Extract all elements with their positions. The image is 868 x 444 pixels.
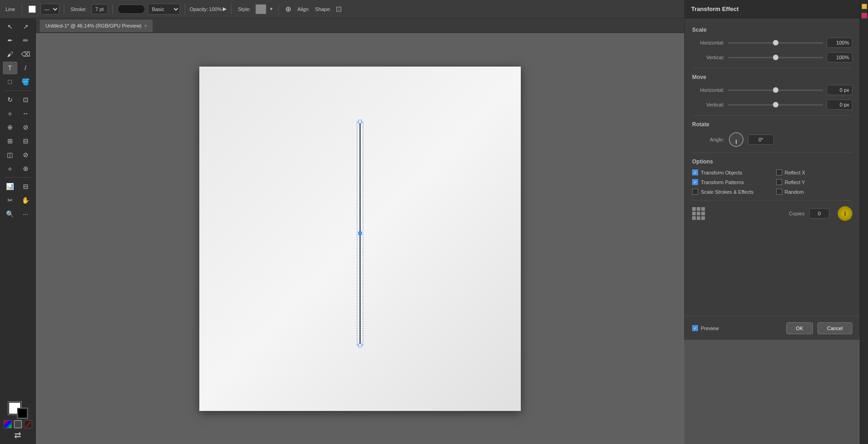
move-horizontal-label: Horizontal: [692, 87, 724, 93]
move-vertical-thumb[interactable] [773, 102, 778, 107]
angle-dial[interactable] [729, 132, 744, 147]
more-tools[interactable]: ··· [18, 208, 33, 220]
divider-2 [692, 115, 852, 116]
divider-4 [692, 200, 852, 201]
move-vertical-value[interactable] [827, 100, 852, 110]
symbol-tool[interactable]: ⊛ [18, 162, 33, 175]
warp-tool[interactable]: ⟡ [3, 107, 17, 120]
artboard-tool[interactable]: ⊟ [18, 180, 33, 193]
reflect-x-checkbox[interactable] [776, 169, 782, 175]
shape-builder-tool[interactable]: ⊕ [3, 121, 17, 134]
toolbar-sep-6 [278, 4, 279, 15]
artboard [199, 67, 521, 411]
artboard-line[interactable] [360, 122, 361, 346]
pen-tool[interactable]: ✒ [3, 34, 17, 47]
scale-horizontal-thumb[interactable] [773, 40, 778, 45]
random-checkbox[interactable] [776, 189, 782, 195]
erase-tool[interactable]: ⌫ [18, 48, 33, 61]
opacity-arrow[interactable]: ▶ [223, 6, 226, 12]
strip-swatch-2[interactable] [862, 13, 867, 18]
blob-brush-tool[interactable]: 🖌 [3, 48, 17, 61]
copies-row: Copies I [692, 206, 852, 221]
tool-row-8: ⊕ ⊘ [3, 121, 33, 134]
toolbar-sep-1 [22, 4, 22, 15]
scale-vertical-slider[interactable] [728, 57, 823, 58]
move-vertical-slider[interactable] [728, 104, 823, 106]
tools-sep-2 [4, 177, 32, 178]
options-section-title: Options [692, 158, 852, 165]
canvas-content [36, 33, 684, 444]
pencil-tool[interactable]: ✏ [18, 34, 33, 47]
style-swatch[interactable] [255, 4, 266, 14]
direct-selection-tool[interactable]: ↗ [18, 20, 33, 33]
align-button[interactable]: Align [296, 6, 310, 13]
stroke-type-select[interactable]: — [40, 4, 59, 15]
grid-dot-5 [697, 212, 700, 215]
gradient-tool[interactable]: ◫ [3, 148, 17, 161]
tool-row-4: T / [3, 62, 33, 74]
handle-mid[interactable] [358, 231, 362, 235]
copies-input[interactable] [809, 208, 829, 219]
column-graph-tool[interactable]: 📊 [3, 180, 17, 193]
shape-icon[interactable]: ⊡ [336, 5, 342, 13]
mesh-tool[interactable]: ⊟ [18, 135, 33, 147]
dialog-body: Scale Horizontal: Vertical: Move Horizon… [685, 18, 860, 227]
toolbox: ↖ ↗ ✒ ✏ 🖌 ⌫ T / □ 🪣 ↻ ⊡ ⟡ ↔ ⊕ ⊘ ⊞ ⊟ ◫ ⊘ … [0, 18, 36, 444]
ok-button[interactable]: OK [786, 322, 813, 334]
transform-patterns-checkbox[interactable] [692, 179, 698, 185]
paint-bucket-tool[interactable]: 🪣 [18, 75, 33, 88]
zoom-tool[interactable]: 🔍 [3, 208, 17, 220]
width-tool[interactable]: ↔ [18, 107, 33, 120]
eyedropper-tool[interactable]: ⊘ [18, 148, 33, 161]
move-horizontal-slider[interactable] [728, 90, 823, 91]
blend-tool[interactable]: ⟡ [3, 162, 17, 175]
transform-patterns-label: Transform Patterns [701, 180, 744, 185]
scale-tool[interactable]: ⊡ [18, 93, 33, 106]
scale-horizontal-slider[interactable] [728, 42, 823, 44]
grid-dot-8 [697, 216, 700, 220]
preview-checkbox[interactable] [692, 325, 698, 331]
tool-row-9: ⊞ ⊟ [3, 135, 33, 147]
rotate-tool[interactable]: ↻ [3, 93, 17, 106]
type-tool[interactable]: T [3, 62, 17, 74]
swap-colors-btn[interactable]: ⇄ [14, 430, 21, 440]
style-chevron[interactable]: ▼ [269, 6, 274, 11]
cancel-button[interactable]: Cancel [817, 322, 852, 334]
profile-icon[interactable]: ⊕ [283, 4, 293, 14]
canvas-tab-close[interactable]: × [144, 23, 147, 28]
line-tool[interactable]: / [18, 62, 33, 74]
hand-tool[interactable]: ✋ [18, 194, 33, 207]
fg-bg-swatches[interactable] [8, 402, 28, 418]
handle-bottom[interactable] [358, 343, 362, 347]
shape-button[interactable]: Shape: [313, 6, 333, 13]
move-horizontal-value[interactable] [827, 85, 852, 95]
grid-icon[interactable] [692, 207, 705, 220]
rectangle-tool[interactable]: □ [3, 75, 17, 88]
live-paint-tool[interactable]: ⊘ [18, 121, 33, 134]
move-horizontal-thumb[interactable] [773, 87, 778, 93]
none-mode-swatch[interactable] [24, 420, 32, 428]
stroke-profile-select[interactable]: Basic [148, 4, 180, 15]
reflect-y-checkbox[interactable] [776, 179, 782, 185]
background-swatch[interactable] [17, 408, 28, 418]
reflect-x-option: Reflect X [776, 169, 853, 175]
strip-swatch-1[interactable] [862, 4, 867, 9]
canvas-tab[interactable]: Untitled-1* @ 46.14% (RGB/GPU Preview) × [39, 19, 153, 32]
transform-patterns-option: Transform Patterns [692, 179, 769, 185]
slice-tool[interactable]: ✂ [3, 194, 17, 207]
handle-top[interactable] [358, 120, 362, 124]
stroke-weight-input[interactable] [91, 4, 108, 14]
scale-strokes-checkbox[interactable] [692, 189, 698, 195]
fill-mode-swatch[interactable] [4, 420, 12, 428]
transform-objects-checkbox[interactable] [692, 169, 698, 175]
opacity-label: Opacity: [190, 6, 208, 12]
perspective-tool[interactable]: ⊞ [3, 135, 17, 147]
scale-vertical-thumb[interactable] [773, 55, 778, 60]
stroke-mode-swatch[interactable] [14, 420, 22, 428]
dialog-title: Transform Effect [691, 6, 738, 12]
scale-vertical-value[interactable] [827, 52, 852, 62]
scale-horizontal-value[interactable] [827, 38, 852, 48]
selection-tool[interactable]: ↖ [3, 20, 17, 33]
stroke-swatch[interactable] [27, 5, 38, 14]
angle-input[interactable] [748, 135, 774, 145]
